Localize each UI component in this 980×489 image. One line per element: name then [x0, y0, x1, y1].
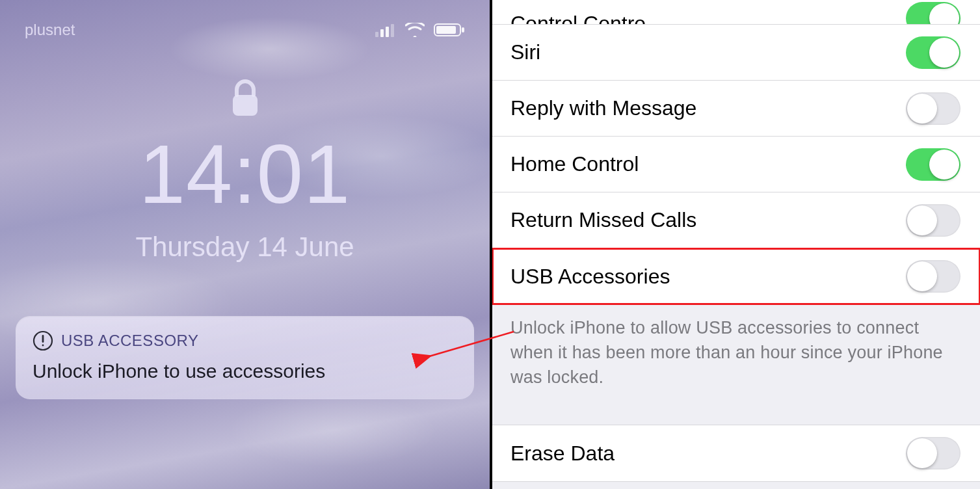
- alert-icon: [33, 330, 53, 351]
- toggle-siri[interactable]: [906, 36, 960, 69]
- svg-rect-5: [436, 26, 456, 34]
- settings-group-erase: Erase Data: [492, 425, 980, 482]
- lock-center: 14:01 Thursday 14 June: [0, 78, 490, 263]
- toggle-usb-accessories[interactable]: [906, 260, 960, 293]
- svg-rect-9: [42, 335, 44, 343]
- notification-message: Unlock iPhone to use accessories: [33, 360, 457, 382]
- row-label: Reply with Message: [510, 96, 696, 120]
- battery-icon: [434, 23, 465, 37]
- row-label: Home Control: [510, 152, 639, 176]
- usb-notification[interactable]: USB ACCESSORY Unlock iPhone to use acces…: [16, 316, 474, 399]
- svg-rect-1: [380, 29, 384, 37]
- svg-rect-7: [233, 95, 258, 116]
- settings-group-allow-access: Control CentreSiriReply with MessageHome…: [492, 0, 980, 304]
- row-siri[interactable]: Siri: [492, 25, 980, 81]
- status-bar: plusnet: [0, 21, 490, 39]
- row-label: Control Centre: [510, 12, 646, 25]
- erase-data-footer: Erase all data on this iPhone after 10 f…: [492, 482, 980, 489]
- notification-app-label: USB ACCESSORY: [61, 332, 198, 350]
- row-home-control[interactable]: Home Control: [492, 137, 980, 192]
- svg-rect-10: [42, 345, 44, 347]
- lock-date: Thursday 14 June: [0, 231, 490, 263]
- row-reply-with-message[interactable]: Reply with Message: [492, 81, 980, 137]
- notification-header: USB ACCESSORY: [33, 330, 457, 351]
- lock-icon: [230, 78, 260, 118]
- row-label: USB Accessories: [510, 265, 670, 289]
- row-usb-accessories[interactable]: USB Accessories: [492, 248, 980, 304]
- cellular-icon: [375, 23, 396, 37]
- svg-rect-3: [391, 24, 394, 37]
- settings-pane: Control CentreSiriReply with MessageHome…: [492, 0, 980, 489]
- row-label: Erase Data: [510, 442, 615, 466]
- row-control-centre[interactable]: Control Centre: [492, 0, 980, 25]
- wifi-icon: [405, 23, 425, 37]
- toggle-home-control[interactable]: [906, 148, 960, 181]
- toggle-reply-with-message[interactable]: [906, 92, 960, 125]
- svg-rect-0: [375, 32, 378, 37]
- toggle-control-centre[interactable]: [906, 2, 960, 25]
- row-return-missed-calls[interactable]: Return Missed Calls: [492, 192, 980, 248]
- lock-time: 14:01: [0, 133, 490, 216]
- usb-accessories-footer: Unlock iPhone to allow USB accessories t…: [492, 304, 980, 406]
- row-label: Return Missed Calls: [510, 208, 696, 232]
- svg-rect-2: [386, 27, 389, 37]
- toggle-erase-data[interactable]: [906, 437, 960, 469]
- toggle-return-missed-calls[interactable]: [906, 204, 960, 237]
- carrier-label: plusnet: [25, 21, 75, 39]
- status-icons: [375, 23, 465, 37]
- row-erase-data[interactable]: Erase Data: [492, 425, 980, 481]
- lock-screen: plusnet: [0, 0, 490, 489]
- svg-rect-6: [462, 27, 464, 33]
- row-label: Siri: [510, 40, 540, 64]
